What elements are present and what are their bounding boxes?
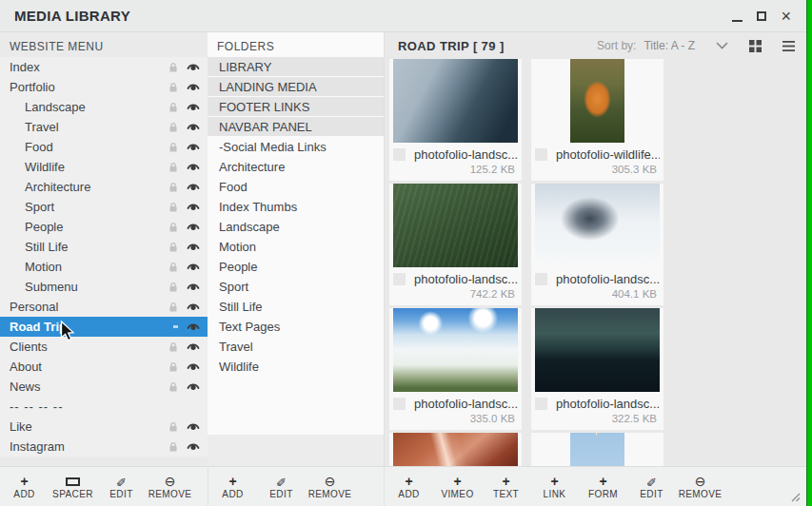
media-item-card[interactable]: photofolio-landsc... 322.5 KB [531,308,663,430]
eye-icon[interactable] [187,102,200,112]
media-item-card[interactable]: photofolio-landsc... 125.2 KB [389,59,522,181]
checkbox[interactable] [535,273,547,285]
thumbnail-image[interactable] [393,59,518,143]
menu-item-about[interactable]: About [0,357,208,377]
lock-icon[interactable] [168,182,178,193]
lock-icon[interactable] [168,102,178,113]
eye-icon[interactable] [187,302,200,312]
add-folder-button[interactable]: + ADD [208,475,257,499]
lock-icon[interactable] [168,82,178,93]
eye-icon[interactable] [187,441,200,452]
media-item-card[interactable]: photofolio-landsc... 742.2 KB [389,184,522,305]
media-item-card[interactable]: photofolio-archite... 361.0 KB [531,433,663,466]
eye-icon[interactable] [187,62,200,72]
menu-item-still-life[interactable]: Still Life [0,237,208,257]
list-view-icon[interactable] [782,41,795,51]
menu-item-index[interactable]: Index [0,57,208,77]
lock-icon[interactable] [168,361,178,373]
close-icon[interactable]: × [781,10,791,23]
lock-icon[interactable] [168,421,178,433]
resize-handle-icon[interactable] [790,492,801,502]
eye-icon[interactable] [187,262,200,272]
menu-item-wildlife[interactable]: Wildlife [0,157,208,177]
checkbox[interactable] [393,273,406,285]
lock-icon[interactable] [168,381,178,393]
checkbox[interactable] [535,148,547,161]
lock-icon[interactable] [168,62,178,73]
folder-item-landing-media[interactable]: LANDING MEDIA [208,77,384,97]
checkbox[interactable] [393,398,406,410]
thumbnail-image[interactable] [393,184,518,267]
folder-item-wildlife[interactable]: Wildlife [208,357,384,377]
remove-menu-button[interactable]: ⊖ REMOVE [146,475,194,499]
grid-view-icon[interactable] [749,40,762,52]
folder-item-footer-links[interactable]: FOOTER LINKS [208,97,384,117]
menu-item-food[interactable]: Food [0,137,208,157]
folder-item-library[interactable]: LIBRARY [208,57,384,77]
menu-item-portfolio[interactable]: Portfolio [0,77,208,97]
menu-item-like[interactable]: Like [0,417,208,437]
remove-media-button[interactable]: ⊖ REMOVE [676,475,724,499]
lock-icon[interactable] [168,142,178,153]
folder-item-index-thumbs[interactable]: Index Thumbs [208,197,384,217]
eye-icon[interactable] [187,381,200,392]
lock-icon[interactable] [168,302,178,313]
eye-icon[interactable] [187,341,200,352]
eye-icon[interactable] [187,222,200,232]
eye-icon[interactable] [187,162,200,172]
menu-item-motion[interactable]: Motion [0,257,208,277]
thumbnail-image[interactable] [570,433,624,466]
lock-icon[interactable] [168,282,178,293]
menu-item-people[interactable]: People [0,217,208,237]
lock-icon[interactable] [168,162,178,173]
folder-item-motion[interactable]: Motion [208,237,384,257]
sort-dropdown[interactable]: Title: A - Z [644,39,695,52]
eye-icon[interactable] [187,242,200,252]
folder-item-sport[interactable]: Sport [208,277,384,297]
thumbnail-image[interactable] [535,308,660,392]
edit-media-button[interactable]: ✎ EDIT [627,475,676,499]
menu-item-divider[interactable]: -- -- -- -- [0,397,208,417]
eye-icon[interactable] [187,182,200,192]
spacer-button[interactable]: SPACER [49,475,97,499]
media-item-card[interactable]: photofolio-landsc... 314.3 KB [389,433,522,466]
menu-item-sport[interactable]: Sport [0,197,208,217]
add-link-button[interactable]: + LINK [530,475,579,499]
add-text-button[interactable]: + TEXT [482,475,530,499]
media-item-card[interactable]: photofolio-landsc... 404.1 KB [531,184,663,305]
add-form-button[interactable]: + FORM [579,475,627,499]
menu-item-travel[interactable]: Travel [0,117,208,137]
eye-icon[interactable] [187,282,200,292]
eye-icon[interactable] [187,82,200,92]
menu-item-submenu[interactable]: Submenu [0,277,208,297]
eye-icon[interactable] [187,122,200,132]
eye-icon[interactable] [187,321,200,332]
lock-icon[interactable] [168,441,178,453]
eye-icon[interactable] [187,421,200,432]
folder-item-still-life[interactable]: Still Life [208,297,384,317]
menu-item-clients[interactable]: Clients [0,337,208,357]
edit-folder-button[interactable]: ✎ EDIT [257,475,306,499]
lock-icon[interactable] [168,262,178,273]
menu-item-landscape[interactable]: Landscape [0,97,208,117]
menu-item-road-trip-selected[interactable]: Road Trip [0,317,208,337]
add-media-button[interactable]: + ADD [385,475,433,499]
remove-folder-button[interactable]: ⊖ REMOVE [306,475,354,499]
folder-item-text-pages[interactable]: Text Pages [208,317,384,337]
lock-icon[interactable] [168,341,178,353]
folder-item-food[interactable]: Food [208,177,384,197]
minimize-icon[interactable] [732,10,743,22]
menu-item-architecture[interactable]: Architecture [0,177,208,197]
maximize-icon[interactable] [757,11,766,21]
folder-item-social-media-links[interactable]: -Social Media Links [208,137,384,157]
thumbnail-image[interactable] [570,59,624,143]
add-vimeo-button[interactable]: + VIMEO [433,475,482,499]
eye-icon[interactable] [187,142,200,152]
media-item-card[interactable]: photofolio-wildlife... 305.3 KB [531,59,663,181]
media-item-card[interactable]: photofolio-landsc... 335.0 KB [389,308,522,430]
chevron-down-icon[interactable] [716,42,728,49]
folder-item-people[interactable]: People [208,257,384,277]
add-menu-button[interactable]: + ADD [0,475,49,499]
thumbnail-image[interactable] [393,433,518,466]
lock-icon[interactable] [168,202,178,213]
